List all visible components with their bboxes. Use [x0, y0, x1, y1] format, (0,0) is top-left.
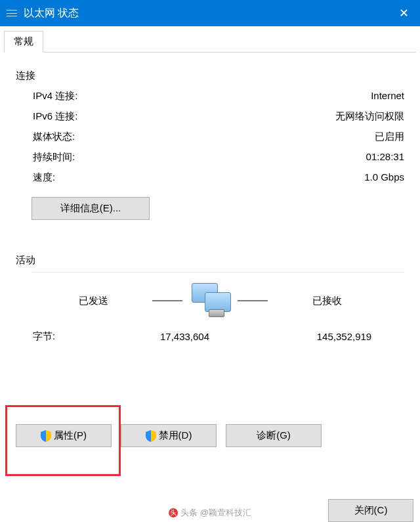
properties-button-label: 属性(P) [54, 429, 87, 442]
label-ipv4: IPv4 连接: [33, 90, 77, 102]
details-button[interactable]: 详细信息(E)... [32, 197, 150, 220]
section-connection: 连接 [16, 70, 404, 82]
watermark-icon: 头 [169, 508, 178, 517]
label-bytes: 字节: [33, 330, 125, 343]
line-left [152, 300, 182, 301]
title-bar: 以太网 状态 ✕ [0, 0, 420, 26]
diagnose-button-label: 诊断(G) [257, 429, 291, 442]
row-media: 媒体状态: 已启用 [16, 127, 404, 147]
row-bytes: 字节: 17,433,604 145,352,919 [16, 318, 404, 343]
watermark-text: 头条 @颖萱科技汇 [180, 507, 251, 519]
value-speed: 1.0 Gbps [364, 171, 404, 184]
diagnose-button[interactable]: 诊断(G) [226, 424, 322, 447]
ethernet-icon [7, 10, 17, 16]
sent-label: 已发送 [41, 295, 146, 307]
line-right [238, 300, 268, 301]
bottom-button-row: 属性(P) 禁用(D) 诊断(G) [16, 424, 322, 447]
disable-button[interactable]: 禁用(D) [121, 424, 217, 447]
value-ipv6: 无网络访问权限 [335, 110, 404, 123]
panel-general: 连接 IPv4 连接: Internet IPv6 连接: 无网络访问权限 媒体… [0, 53, 420, 343]
row-duration: 持续时间: 01:28:31 [16, 147, 404, 167]
value-bytes-received: 145,352,919 [284, 331, 404, 342]
properties-button[interactable]: 属性(P) [16, 424, 112, 447]
label-ipv6: IPv6 连接: [33, 110, 77, 123]
close-icon[interactable]: ✕ [387, 0, 420, 26]
tab-strip: 常规 [4, 30, 416, 53]
value-duration: 01:28:31 [366, 151, 404, 163]
shield-icon [146, 430, 156, 442]
received-label: 已接收 [274, 295, 379, 307]
close-button-label: 关闭(C) [354, 504, 388, 517]
activity-header: 已发送 已接收 [16, 283, 404, 318]
value-media: 已启用 [375, 131, 404, 143]
row-speed: 速度: 1.0 Gbps [16, 167, 404, 188]
watermark: 头 头条 @颖萱科技汇 [163, 506, 257, 519]
shield-icon [41, 430, 51, 442]
row-ipv4: IPv4 连接: Internet [16, 86, 404, 106]
label-media: 媒体状态: [33, 131, 75, 143]
tab-general[interactable]: 常规 [4, 31, 43, 53]
value-ipv4: Internet [371, 90, 404, 102]
section-activity: 活动 [16, 254, 404, 267]
label-duration: 持续时间: [33, 151, 75, 163]
disable-button-label: 禁用(D) [159, 429, 192, 442]
close-button[interactable]: 关闭(C) [328, 499, 413, 522]
value-bytes-sent: 17,433,604 [125, 331, 245, 342]
divider [33, 272, 404, 272]
window-title: 以太网 状态 [24, 7, 387, 20]
row-ipv6: IPv6 连接: 无网络访问权限 [16, 106, 404, 127]
network-monitors-icon [189, 283, 231, 318]
label-speed: 速度: [33, 171, 55, 184]
